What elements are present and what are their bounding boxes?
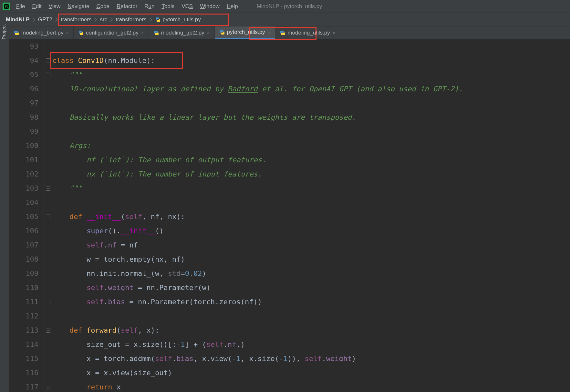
code-line[interactable]: Args: [52,139,570,153]
menu-code[interactable]: Code [96,3,109,10]
menu-window[interactable]: Window [200,3,219,10]
code-line[interactable] [52,125,570,139]
code-line[interactable]: """ [52,181,570,196]
chevron-right-icon [149,17,153,23]
code-line[interactable]: def __init__(self, nf, nx): [52,210,570,224]
line-number: 114 [9,337,38,352]
fold-toggle[interactable]: − [46,300,50,304]
code-line[interactable]: super().__init__() [52,224,570,238]
code-line[interactable] [52,96,570,110]
code-line[interactable]: 1D-convolutional layer as defined by Rad… [52,82,570,96]
code-line[interactable]: w = torch.empty(nx, nf) [52,252,570,266]
editor-tab[interactable]: configuration_gpt2.py× [74,26,149,39]
fold-toggle[interactable]: − [46,328,50,333]
fold-toggle[interactable]: − [46,186,50,191]
python-file-icon [78,30,84,36]
main-menubar: PC File Edit View Navigate Code Refactor… [0,0,570,13]
line-number: 96 [9,82,38,96]
tab-label: configuration_gpt2.py [86,30,139,36]
editor-tab[interactable]: modeling_gpt2.py× [149,26,215,39]
menu-run[interactable]: Run [144,3,154,10]
python-file-icon [280,30,285,36]
line-number: 103 [9,181,38,196]
code-line[interactable]: class Conv1D(nn.Module): [52,54,570,68]
code-area[interactable]: class Conv1D(nn.Module): """ 1D-convolut… [52,39,570,392]
python-file-icon [14,30,19,36]
line-number: 99 [9,125,38,139]
chevron-right-icon [109,17,114,23]
line-number: 93 [9,39,38,54]
breadcrumb-item[interactable]: transformers [114,16,148,24]
menu-tools[interactable]: Tools [162,3,175,10]
chevron-right-icon [54,17,59,23]
python-file-icon [155,17,161,23]
menu-file[interactable]: File [16,3,25,10]
line-number: 102 [9,167,38,181]
svg-text:PC: PC [5,5,9,8]
line-number: 97 [9,96,38,110]
code-line[interactable]: nx (`int`): The number of input features… [52,167,570,181]
fold-toggle[interactable]: − [46,58,50,63]
line-number: 101 [9,153,38,167]
line-number: 113 [9,323,38,337]
line-number: 94 [9,54,38,68]
fold-toggle[interactable]: − [46,385,50,389]
menu-navigate[interactable]: Navigate [67,3,89,10]
menu-edit[interactable]: Edit [32,3,41,10]
line-number: 112 [9,309,38,323]
close-icon[interactable]: × [268,30,271,35]
editor-tab[interactable]: pytorch_utils.py× [215,26,275,39]
line-number: 117 [9,380,38,392]
code-line[interactable]: self.nf = nf [52,238,570,252]
code-line[interactable]: def forward(self, x): [52,323,570,337]
close-icon[interactable]: × [207,30,210,35]
breadcrumb-root[interactable]: MindNLP [4,16,32,24]
code-line[interactable] [52,39,570,54]
line-number: 116 [9,366,38,380]
code-line[interactable]: size_out = x.size()[:-1] + (self.nf,) [52,337,570,352]
editor-tab[interactable]: modeling_bert.py× [9,26,74,39]
code-line[interactable] [52,196,570,210]
tab-label: modeling_bert.py [21,30,63,36]
menu-vcs[interactable]: VCS [181,3,193,10]
code-line[interactable]: x = x.view(size_out) [52,366,570,380]
code-line[interactable]: Basically works like a linear layer but … [52,110,570,125]
close-icon[interactable]: × [141,30,144,35]
code-line[interactable]: """ [52,68,570,82]
editor-tab[interactable]: modeling_utils.py× [275,26,340,39]
line-number: 111 [9,295,38,309]
fold-toggle[interactable]: − [46,215,50,219]
tab-label: pytorch_utils.py [227,29,265,35]
project-tool-tab[interactable]: Project [0,35,7,44]
code-line[interactable]: nf (`int`): The number of output feature… [52,153,570,167]
fold-column: −−−−−−− [44,39,52,392]
window-title: MindNLP - pytorch_utils.py [257,3,322,10]
code-line[interactable]: self.weight = nn.Parameter(w) [52,281,570,295]
app-logo-icon: PC [3,3,10,10]
line-number: 98 [9,110,38,125]
tab-label: modeling_utils.py [287,30,330,36]
close-icon[interactable]: × [333,30,336,35]
line-number: 107 [9,238,38,252]
breadcrumb-item[interactable]: transformers [59,16,93,24]
code-line[interactable]: return x [52,380,570,392]
breadcrumb-item[interactable]: GPT2 [36,16,54,24]
code-line[interactable]: x = torch.addmm(self.bias, x.view(-1, x.… [52,352,570,366]
python-file-icon [153,30,159,36]
menu-refactor[interactable]: Refactor [117,3,137,10]
line-number: 106 [9,224,38,238]
close-icon[interactable]: × [66,30,69,35]
code-line[interactable]: nn.init.normal_(w, std=0.02) [52,266,570,281]
code-line[interactable] [52,309,570,323]
menu-help[interactable]: Help [227,3,238,10]
chevron-right-icon [93,17,98,23]
menu-view[interactable]: View [49,3,61,10]
tab-label: modeling_gpt2.py [161,30,204,36]
code-line[interactable]: self.bias = nn.Parameter(torch.zeros(nf)… [52,295,570,309]
line-number: 110 [9,281,38,295]
breadcrumb-file[interactable]: pytorch_utils.py [153,16,203,24]
breadcrumb-item[interactable]: src [98,16,109,24]
tool-window-strip-left: Project [0,26,9,392]
code-editor[interactable]: 9394959697989910010110210310410510610710… [9,39,570,392]
fold-toggle[interactable]: − [46,73,50,77]
